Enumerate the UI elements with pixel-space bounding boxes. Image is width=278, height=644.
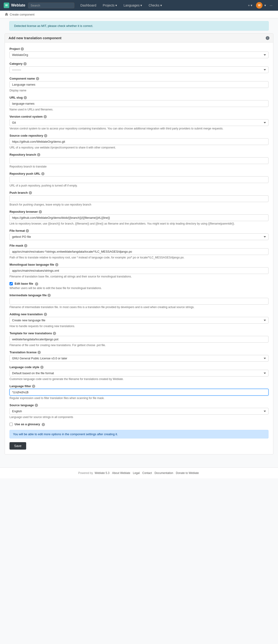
save-button[interactable]: Save: [9, 442, 26, 450]
push-branch-group: Push branch i Branch for pushing changes…: [9, 191, 269, 206]
translation-license-info-icon[interactable]: i: [37, 351, 41, 354]
project-select[interactable]: WeblateOrg: [9, 52, 269, 58]
brand-logo-link[interactable]: W Weblate: [4, 2, 25, 8]
source-language-info-icon[interactable]: i: [35, 404, 38, 407]
repo-browser-info-icon[interactable]: i: [39, 210, 42, 214]
file-format-select[interactable]: gettext PO file: [9, 234, 269, 240]
add-component-card: Add new translation component i Project …: [5, 34, 273, 454]
repo-push-url-info-icon[interactable]: i: [41, 172, 44, 176]
nav-languages[interactable]: Languages ▾: [120, 0, 145, 11]
intermediate-lang-info-icon[interactable]: i: [47, 294, 51, 297]
language-code-style-group: Language code style i Default based on t…: [9, 366, 269, 381]
repo-browser-group: Repository browser i Link to repository …: [9, 210, 269, 225]
footer-documentation-link[interactable]: Documentation: [154, 472, 174, 475]
nav-dashboard[interactable]: Dashboard: [77, 0, 100, 11]
footer-contact-link[interactable]: Contact: [142, 472, 153, 475]
language-filter-label: Language filter i: [9, 384, 269, 388]
user-avatar[interactable]: W: [256, 2, 263, 8]
use-as-glossary-checkbox[interactable]: [9, 423, 13, 426]
language-filter-input[interactable]: [9, 389, 269, 396]
footer-version-link[interactable]: Weblate 5.3: [95, 472, 110, 475]
source-repo-input[interactable]: [9, 138, 269, 145]
save-label: Save: [14, 444, 21, 448]
repo-branch-input[interactable]: [9, 157, 269, 164]
repo-push-url-group: Repository push URL i URL of a push repo…: [9, 172, 269, 187]
source-repo-group: Source code repository i URL of a reposi…: [9, 134, 269, 149]
adding-new-translation-help: How to handle requests for creating new …: [9, 324, 269, 328]
plus-icon: +: [248, 4, 250, 7]
file-mask-label: File mask i: [9, 244, 269, 247]
mono-base-lang-help: Filename of translation base file, conta…: [9, 275, 269, 278]
project-info-icon[interactable]: i: [21, 47, 24, 50]
template-new-translations-info-icon[interactable]: i: [53, 332, 56, 335]
edit-base-file-label: Edit base file i: [14, 282, 38, 286]
vcs-help: Version control system to use to access …: [9, 127, 269, 130]
use-as-glossary-info-icon[interactable]: i: [42, 423, 45, 426]
file-mask-group: File mask i Path of files to translate r…: [9, 244, 269, 259]
source-language-help: Language used for source strings in all …: [9, 416, 269, 419]
home-icon[interactable]: [5, 12, 8, 16]
more-button[interactable]: ···: [268, 2, 274, 8]
edit-base-file-info-icon[interactable]: i: [35, 282, 38, 286]
push-branch-input[interactable]: [9, 195, 269, 202]
url-slug-info-icon[interactable]: i: [24, 96, 27, 99]
file-format-group: File format i gettext PO file: [9, 229, 269, 240]
search-input[interactable]: [28, 2, 74, 8]
component-name-input[interactable]: [9, 81, 269, 88]
edit-base-file-check: Edit base file i: [9, 282, 269, 286]
intermediate-lang-input[interactable]: [9, 298, 269, 304]
file-mask-info-icon[interactable]: i: [24, 244, 27, 247]
nav-checks-dropdown-icon: ▾: [160, 4, 162, 7]
vcs-info-icon[interactable]: i: [44, 115, 47, 118]
source-repo-info-icon[interactable]: i: [44, 134, 47, 137]
footer-donate-link[interactable]: Donate to Weblate: [176, 472, 199, 475]
nav-checks[interactable]: Checks ▾: [145, 0, 165, 11]
nav-projects[interactable]: Projects ▾: [100, 0, 121, 11]
source-language-select[interactable]: English: [9, 408, 269, 414]
card-header-info-icon[interactable]: i: [266, 36, 270, 40]
category-select[interactable]: ---------: [9, 66, 269, 73]
language-filter-help: Regular expression used to filter transl…: [9, 396, 269, 400]
mono-base-lang-info-icon[interactable]: i: [55, 263, 58, 266]
language-code-style-info-icon[interactable]: i: [40, 366, 44, 369]
file-mask-input[interactable]: [9, 248, 269, 255]
category-info-icon[interactable]: i: [23, 62, 27, 66]
language-filter-group: Language filter i Regular expression use…: [9, 384, 269, 400]
language-filter-info-icon[interactable]: i: [32, 385, 35, 388]
adding-new-translation-group: Adding new translation i Create new lang…: [9, 312, 269, 328]
alert-license: Detected license as MIT, please check wh…: [9, 21, 269, 30]
project-group: Project i WeblateOrg: [9, 47, 269, 58]
alert-license-text: Detected license as MIT, please check wh…: [14, 24, 93, 28]
file-format-info-icon[interactable]: i: [26, 229, 29, 232]
edit-base-file-help: Whether users will be able to edit the b…: [9, 286, 269, 290]
plus-button[interactable]: + ▾: [246, 2, 254, 8]
edit-base-file-checkbox[interactable]: [9, 282, 13, 285]
adding-new-translation-select[interactable]: Create new language file: [9, 317, 269, 324]
intermediate-lang-help: Filename of intermediate translation fil…: [9, 306, 269, 309]
repo-push-url-label: Repository push URL i: [9, 172, 269, 176]
source-language-label: Source language i: [9, 404, 269, 407]
navbar: W Weblate Dashboard Projects ▾ Languages…: [0, 0, 278, 11]
template-new-translations-group: Template for new translations i Filename…: [9, 332, 269, 347]
mono-base-lang-input[interactable]: [9, 267, 269, 274]
component-name-info-icon[interactable]: i: [36, 77, 39, 80]
brand-name: Weblate: [11, 3, 25, 8]
user-avatar-initials: W: [258, 4, 261, 7]
project-label: Project i: [9, 47, 269, 50]
repo-branch-info-icon[interactable]: i: [37, 153, 40, 156]
template-new-translations-input[interactable]: [9, 336, 269, 343]
use-as-glossary-group: Use as a glossary i: [9, 422, 269, 426]
adding-new-translation-info-icon[interactable]: i: [44, 313, 47, 316]
translation-license-select[interactable]: GNU General Public License v3.0 or later: [9, 355, 269, 362]
repo-browser-input[interactable]: [9, 214, 269, 221]
repo-browser-help: Link to repository browser, use {{branch…: [9, 222, 269, 225]
push-branch-info-icon[interactable]: i: [29, 191, 32, 194]
info-note: You will be able to edit more options in…: [9, 430, 269, 438]
footer-legal-link[interactable]: Legal: [133, 472, 140, 475]
url-slug-input[interactable]: [9, 100, 269, 107]
card-body: Project i WeblateOrg Category i --------…: [5, 42, 273, 454]
repo-push-url-input[interactable]: [9, 176, 269, 183]
language-code-style-select[interactable]: Default based on the file format: [9, 370, 269, 376]
vcs-select[interactable]: Git: [9, 119, 269, 126]
footer-about-link[interactable]: About Weblate: [112, 472, 131, 475]
